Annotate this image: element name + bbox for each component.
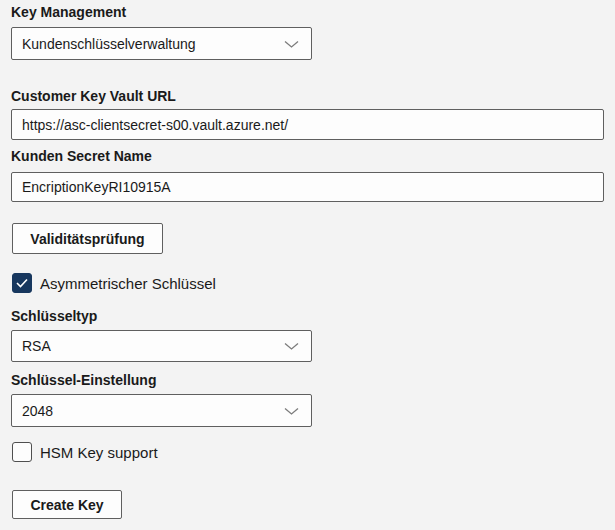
create-key-button[interactable]: Create Key xyxy=(12,490,122,519)
vault-url-input[interactable] xyxy=(11,109,604,140)
asymmetric-key-label[interactable]: Asymmetrischer Schlüssel xyxy=(40,275,216,292)
key-setting-selected-value: 2048 xyxy=(22,403,53,419)
secret-name-input[interactable] xyxy=(11,172,604,202)
hsm-key-label[interactable]: HSM Key support xyxy=(40,444,158,461)
key-type-dropdown[interactable]: RSA xyxy=(11,330,312,362)
asymmetric-key-checkbox[interactable] xyxy=(12,273,32,293)
secret-name-label: Kunden Secret Name xyxy=(11,148,152,164)
hsm-key-checkbox-row: HSM Key support xyxy=(12,442,158,462)
key-management-label: Key Management xyxy=(11,4,126,20)
key-management-dropdown[interactable]: Kundenschlüsselverwaltung xyxy=(11,27,312,60)
key-management-form: Key Management Kundenschlüsselverwaltung… xyxy=(0,0,615,530)
hsm-key-checkbox[interactable] xyxy=(12,442,32,462)
validate-button[interactable]: Validitätsprüfung xyxy=(12,223,163,254)
vault-url-label: Customer Key Vault URL xyxy=(11,88,176,104)
key-management-selected-value: Kundenschlüsselverwaltung xyxy=(22,36,196,52)
chevron-down-icon xyxy=(284,407,299,415)
key-type-label: Schlüsseltyp xyxy=(11,308,97,324)
key-setting-label: Schlüssel-Einstellung xyxy=(11,372,156,388)
key-setting-dropdown[interactable]: 2048 xyxy=(11,394,312,427)
asymmetric-key-checkbox-row: Asymmetrischer Schlüssel xyxy=(12,273,216,293)
chevron-down-icon xyxy=(284,342,299,350)
check-icon xyxy=(16,278,28,288)
chevron-down-icon xyxy=(284,40,299,48)
key-type-selected-value: RSA xyxy=(22,338,51,354)
